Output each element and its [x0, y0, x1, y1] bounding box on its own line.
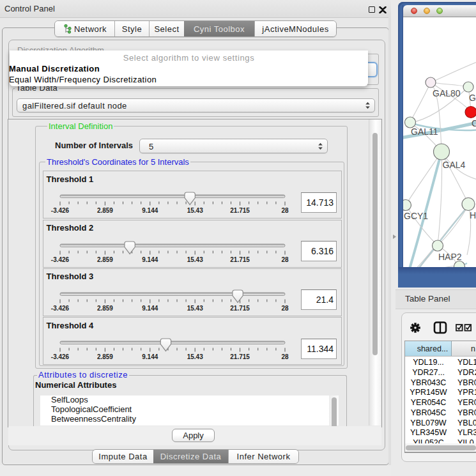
- svg-text:9.144: 9.144: [142, 304, 158, 311]
- svg-text:GAL11: GAL11: [411, 127, 438, 137]
- svg-text:GAL4: GAL4: [443, 160, 466, 170]
- svg-text:28: 28: [281, 353, 289, 360]
- svg-text:GAL80: GAL80: [433, 88, 461, 98]
- svg-text:9.144: 9.144: [142, 207, 158, 214]
- svg-text:2.859: 2.859: [96, 256, 112, 263]
- svg-text:28: 28: [281, 207, 289, 214]
- svg-text:-3.426: -3.426: [50, 256, 69, 263]
- svg-text:21.715: 21.715: [230, 207, 250, 214]
- svg-text:15.43: 15.43: [187, 304, 203, 311]
- svg-text:HAP2: HAP2: [438, 252, 462, 262]
- svg-text:15.43: 15.43: [187, 353, 203, 360]
- svg-text:2.859: 2.859: [96, 353, 112, 360]
- svg-text:21.715: 21.715: [230, 353, 250, 360]
- svg-text:H: H: [470, 210, 476, 220]
- svg-text:2.859: 2.859: [96, 207, 112, 214]
- svg-text:GA: GA: [469, 93, 476, 103]
- svg-text:21.715: 21.715: [230, 304, 250, 311]
- svg-text:15.43: 15.43: [187, 256, 203, 263]
- svg-text:2.859: 2.859: [96, 304, 112, 311]
- svg-text:-3.426: -3.426: [50, 353, 69, 360]
- svg-text:15.43: 15.43: [187, 207, 203, 214]
- svg-text:-3.426: -3.426: [50, 304, 69, 311]
- svg-text:28: 28: [281, 304, 289, 311]
- svg-text:9.144: 9.144: [142, 256, 158, 263]
- svg-text:21.715: 21.715: [230, 256, 250, 263]
- svg-text:C: C: [472, 118, 476, 128]
- svg-text:9.144: 9.144: [142, 353, 158, 360]
- svg-text:28: 28: [281, 256, 289, 263]
- svg-text:GCY1: GCY1: [404, 211, 428, 221]
- svg-text:-3.426: -3.426: [50, 207, 69, 214]
